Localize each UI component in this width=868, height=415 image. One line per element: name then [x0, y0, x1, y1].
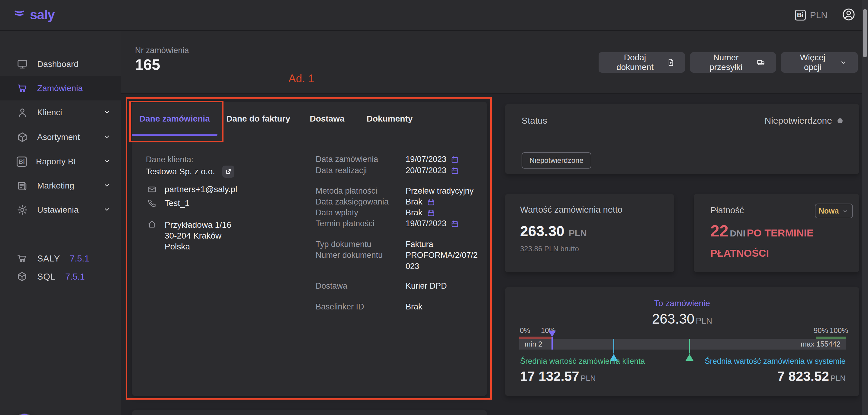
- field-value: Brak: [406, 207, 423, 218]
- field-value: Kurier DPD: [406, 280, 447, 292]
- this-order-value-row: 263.30 PLN: [505, 311, 859, 327]
- cart-icon: [17, 83, 28, 94]
- active-tab-underline: [132, 134, 217, 136]
- button-label: Więcej opcji: [791, 53, 834, 72]
- slider-track[interactable]: min 2 max 155442: [519, 339, 846, 350]
- calendar-icon[interactable]: [451, 167, 459, 175]
- field-label: Data zaksięgowania: [316, 196, 406, 207]
- version-saly: SALY 7.5.1: [0, 249, 121, 268]
- this-order-marker-icon: [548, 331, 556, 337]
- tab-dostawa[interactable]: Dostawa: [310, 114, 344, 124]
- client-phone-row: Test_1: [147, 199, 190, 208]
- annotation-ad1: Ad. 1: [288, 72, 314, 85]
- notifications-bell-button[interactable]: [12, 414, 37, 415]
- bi-icon: Bi: [795, 10, 806, 21]
- tab-dane-do-faktury[interactable]: Dane do faktury: [226, 114, 290, 124]
- pct-100-label: 100%: [830, 326, 848, 335]
- add-document-button[interactable]: Dodaj dokument: [598, 52, 685, 73]
- chevron-down-icon: [839, 58, 847, 67]
- system-average-stat: Średnia wartość zamówienia w systemie 7 …: [705, 356, 846, 384]
- currency-switcher[interactable]: Bi PLN: [795, 10, 828, 21]
- document-upload-icon: [666, 58, 675, 67]
- client-name-row: Testowa Sp. z o.o.: [146, 166, 235, 178]
- field-row: Data zaksięgowania Brak: [316, 196, 485, 207]
- status-chip-button[interactable]: Niepotwierdzone: [522, 152, 591, 169]
- envelope-icon: [147, 184, 157, 194]
- person-icon: [17, 107, 28, 118]
- gross-value: 323.86 PLN brutto: [520, 245, 579, 253]
- field-row: Data zamówienia 19/07/2023: [316, 154, 485, 165]
- gear-icon: [17, 204, 28, 216]
- calendar-icon[interactable]: [451, 219, 459, 228]
- chevron-down-icon: [103, 181, 111, 191]
- cart-logo-icon: [13, 7, 28, 22]
- box-icon: [17, 271, 28, 282]
- scrollbar-thumb[interactable]: [863, 9, 867, 57]
- sidebar-item-asortyment[interactable]: Asortyment: [0, 125, 121, 149]
- calendar-icon[interactable]: [451, 155, 459, 164]
- topbar: saly Bi PLN: [0, 0, 868, 31]
- system-average-label: Średnia wartość zamówienia w systemie: [705, 356, 846, 366]
- this-order-marker-line: [552, 337, 553, 350]
- calendar-icon[interactable]: [427, 198, 435, 206]
- calendar-icon[interactable]: [427, 209, 435, 217]
- sidebar-item-zamowienia[interactable]: Zamówienia: [0, 76, 121, 100]
- status-title: Status: [522, 115, 547, 126]
- payment-overdue-text: 22 DNI PO TERMINIE PŁATNOŚCI: [710, 222, 846, 264]
- more-options-button[interactable]: Więcej opcji: [781, 52, 858, 73]
- version-label: SALY: [37, 254, 60, 264]
- field-value: 19/07/2023: [406, 154, 446, 165]
- field-value: Przelew tradycyjny: [406, 185, 473, 197]
- sidebar-item-dashboard[interactable]: Dashboard: [0, 52, 121, 76]
- home-icon: [147, 219, 157, 229]
- truck-icon: [757, 57, 766, 68]
- client-avg-marker-line: [689, 339, 690, 353]
- open-client-button[interactable]: [222, 166, 235, 178]
- chevron-down-icon: [103, 108, 111, 117]
- low-zone-bar: [519, 337, 552, 339]
- high-zone-bar: [816, 337, 846, 339]
- value-range-slider: 0% 10% 90% 100% min 2 max 155442: [519, 326, 846, 361]
- system-average-value: 7 823.52: [777, 369, 829, 384]
- sidebar-item-klienci[interactable]: Klienci: [0, 100, 121, 125]
- sidebar-item-ustawienia[interactable]: Ustawienia: [0, 198, 121, 222]
- client-email-row: partners+1@saly.pl: [147, 184, 237, 194]
- pct-90-label: 90%: [814, 326, 828, 335]
- tab-dane-zamowienia[interactable]: Dane zamówienia: [139, 114, 210, 124]
- field-label: Numer dokumentu: [316, 250, 406, 272]
- monitor-icon: [17, 59, 28, 70]
- tab-dokumenty[interactable]: Dokumenty: [367, 114, 412, 124]
- app-root: saly Bi PLN Dashboard: [0, 0, 868, 415]
- order-number-label: Nr zamówienia: [135, 46, 189, 55]
- field-value: 19/07/2023: [406, 218, 446, 229]
- client-avg-marker-icon: [686, 354, 693, 361]
- status-card: Status Niepotwierdzone Niepotwierdzone: [505, 104, 859, 174]
- field-label: Dostawa: [316, 280, 406, 292]
- order-value-meter-card: To zamówienie 263.30 PLN 0% 10% 90% 100%…: [505, 287, 859, 396]
- payment-status-select[interactable]: Nowa: [815, 204, 853, 218]
- field-row: Data realizacji 20/07/2023: [316, 165, 485, 176]
- client-data-label: Dane klienta:: [146, 155, 194, 164]
- client-average-currency: PLN: [581, 374, 596, 383]
- payment-status-value: Nowa: [819, 207, 839, 215]
- field-row: Metoda płatności Przelew tradycyjny: [316, 185, 485, 197]
- sidebar-item-marketing[interactable]: Marketing: [0, 174, 121, 198]
- button-label: Numer przesyłki: [701, 53, 751, 72]
- version-label: SQL: [37, 272, 56, 282]
- page-scrollbar: [862, 0, 868, 415]
- logo[interactable]: saly: [13, 7, 55, 22]
- shipment-number-button[interactable]: Numer przesyłki: [690, 52, 776, 73]
- header-actions: Dodaj dokument Numer przesyłki Więcej op…: [598, 52, 858, 73]
- field-label: Data realizacji: [316, 165, 406, 176]
- field-row: Data wpłaty Brak: [316, 207, 485, 218]
- user-account-icon[interactable]: [841, 7, 856, 23]
- sidebar-item-label: Zamówienia: [37, 83, 83, 93]
- newspaper-icon: [17, 180, 28, 192]
- sidebar-item-raporty-bi[interactable]: Bi Raporty BI: [0, 149, 121, 174]
- field-value: 20/07/2023: [406, 165, 446, 176]
- sidebar-item-label: Dashboard: [37, 60, 79, 69]
- net-value-row: 263.30 PLN: [520, 223, 587, 239]
- box-icon: [17, 132, 28, 143]
- version-number: 7.5.1: [70, 254, 89, 264]
- status-dot-icon: [837, 118, 843, 123]
